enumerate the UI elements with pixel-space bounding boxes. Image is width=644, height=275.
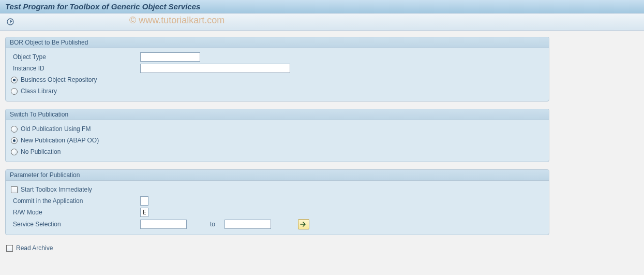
radio-old-label: Old Publication Using FM — [21, 125, 91, 133]
page-title: Test Program for Toolbox of Generic Obje… — [0, 0, 644, 13]
radio-no-publication[interactable] — [11, 149, 18, 155]
group-bor-object: BOR Object to Be Published Object Type I… — [5, 37, 549, 102]
radio-class-label: Class Library — [21, 88, 57, 95]
watermark-text: © www.tutorialkart.com — [129, 15, 224, 26]
rw-mode-label: R/W Mode — [11, 209, 140, 216]
group-switch-publication: Switch To Publication Old Publication Us… — [5, 109, 549, 162]
radio-new-publication[interactable] — [11, 137, 18, 144]
execute-icon[interactable] — [5, 17, 16, 27]
commit-label: Commit in the Application — [11, 197, 140, 205]
service-selection-to-label: to — [210, 221, 215, 228]
instance-id-input[interactable] — [140, 64, 290, 73]
read-archive-label: Read Archive — [16, 244, 53, 252]
multiple-selection-button[interactable] — [298, 219, 309, 229]
service-selection-to-input[interactable] — [224, 220, 271, 229]
object-type-label: Object Type — [11, 53, 140, 61]
radio-class-library[interactable] — [11, 88, 18, 95]
radio-bor-label: Business Object Repository — [21, 76, 97, 83]
checkbox-start-toolbox[interactable] — [11, 186, 18, 193]
instance-id-label: Instance ID — [11, 65, 140, 72]
group-title-switch: Switch To Publication — [6, 109, 549, 120]
radio-old-publication[interactable] — [11, 126, 18, 133]
radio-new-label: New Publication (ABAP OO) — [21, 137, 99, 144]
group-title-bor: BOR Object to Be Published — [6, 37, 549, 48]
arrow-right-icon — [300, 221, 307, 227]
content-area: BOR Object to Be Published Object Type I… — [0, 31, 644, 260]
commit-input[interactable] — [140, 196, 148, 206]
rw-mode-input[interactable] — [140, 208, 148, 217]
service-selection-label: Service Selection — [11, 221, 140, 228]
page-title-text: Test Program for Toolbox of Generic Obje… — [5, 2, 200, 11]
radio-bor[interactable] — [11, 77, 18, 83]
service-selection-from-input[interactable] — [140, 220, 187, 229]
checkbox-read-archive[interactable] — [6, 245, 13, 252]
group-title-param: Parameter for Publication — [6, 170, 549, 181]
group-parameter-publication: Parameter for Publication Start Toolbox … — [5, 169, 549, 235]
checkbox-start-label: Start Toolbox Immediately — [21, 186, 92, 193]
radio-none-label: No Publication — [21, 148, 61, 155]
object-type-input[interactable] — [140, 52, 200, 62]
app-toolbar: © www.tutorialkart.com — [0, 13, 644, 31]
